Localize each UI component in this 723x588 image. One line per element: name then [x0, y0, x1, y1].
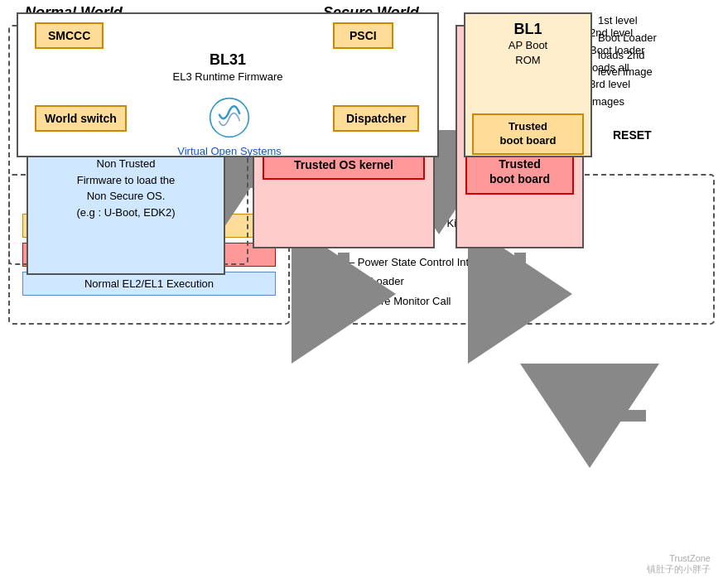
bl1-trusted-boot-box: Trustedboot board — [472, 113, 584, 155]
middle-section: BL31 EL3 Runtime Firmware SMCCC PSCI Wor… — [8, 12, 715, 161]
psci-box: PSCI — [333, 22, 393, 49]
glossary-item-4: SMC – Secure Monitor Call — [321, 292, 701, 311]
bl31-outer-box: BL31 EL3 Runtime Firmware SMCCC PSCI Wor… — [17, 12, 439, 157]
bl1-box: BL1 AP BootROM Trustedboot board — [464, 12, 592, 157]
bl1-title: BL1 — [472, 21, 584, 38]
bl31-subtitle: EL3 Runtime Firmware — [18, 70, 437, 83]
diagram-container: Normal World Secure World To Hypervisor … — [0, 0, 723, 588]
bl1-desc: 1st levelBoot Loaderloads 2ndlevel image — [598, 12, 714, 81]
bl31-title: BL31 — [18, 51, 437, 69]
bl1-subtitle: AP BootROM — [472, 38, 584, 68]
vos-logo: Virtual Open Systems — [176, 97, 283, 159]
vos-logo-text: Virtual Open Systems — [176, 145, 283, 159]
bl33-text: Non TrustedFirmware to load theNon Secur… — [35, 156, 217, 220]
glossary-item-2: PSCI – Power State Control Interface — [321, 253, 701, 272]
dispatcher-box: Dispatcher — [333, 105, 419, 132]
trustzone-watermark: TrustZone镇肚子的小胖子 — [647, 553, 711, 576]
vos-icon — [209, 97, 250, 138]
glossary-item-3: BL – Boot Loader — [321, 272, 701, 291]
world-switch-box: World switch — [35, 105, 127, 132]
smccc-box: SMCCC — [35, 22, 104, 49]
key-normal-item: Normal EL2/EL1 Execution — [22, 272, 276, 296]
reset-label: RESET — [613, 128, 652, 142]
